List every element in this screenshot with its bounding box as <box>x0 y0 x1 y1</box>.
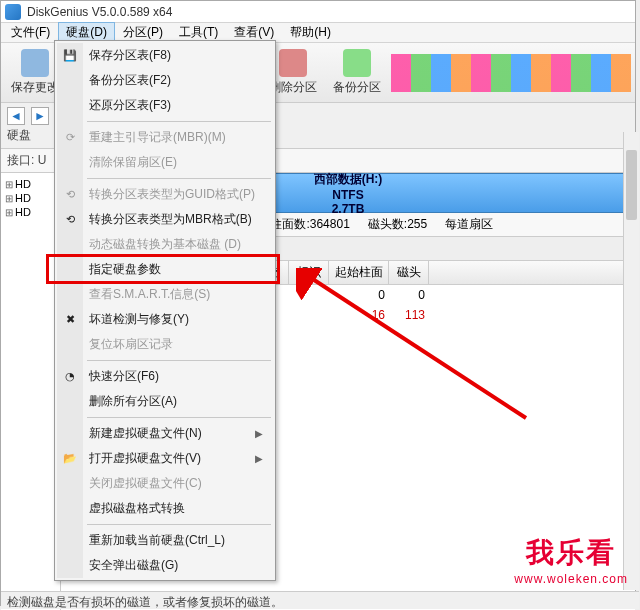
scrollbar-thumb[interactable] <box>626 150 637 220</box>
menu-item[interactable]: 📂打开虚拟硬盘文件(V)▶ <box>57 446 273 471</box>
menu-label: 转换分区表类型为GUID格式(P) <box>89 186 255 203</box>
menu-item[interactable]: 💾保存分区表(F8) <box>57 43 273 68</box>
tree-item[interactable]: HD <box>5 191 56 205</box>
menu-icon: 📂 <box>62 451 78 467</box>
menu-icon: ⟲ <box>62 187 78 203</box>
menu-item: 清除保留扇区(E) <box>57 150 273 175</box>
menu-help[interactable]: 帮助(H) <box>282 22 339 43</box>
menu-item[interactable]: 新建虚拟硬盘文件(N)▶ <box>57 421 273 446</box>
menu-label: 打开虚拟硬盘文件(V) <box>89 450 201 467</box>
disk-dropdown: 💾保存分区表(F8)备份分区表(F2)还原分区表(F3)⟳重建主引导记录(MBR… <box>54 40 276 581</box>
menu-item: 查看S.M.A.R.T.信息(S) <box>57 282 273 307</box>
vertical-scrollbar[interactable] <box>623 132 639 590</box>
menu-item[interactable]: 指定硬盘参数 <box>57 257 273 282</box>
menu-icon: ⟲ <box>62 212 78 228</box>
menu-label: 关闭虚拟硬盘文件(C) <box>89 475 202 492</box>
chevron-right-icon: ▶ <box>255 428 263 439</box>
menu-label: 坏道检测与修复(Y) <box>89 311 189 328</box>
menu-item[interactable]: 删除所有分区(A) <box>57 389 273 414</box>
titlebar: DiskGenius V5.0.0.589 x64 <box>1 1 635 23</box>
menu-label: 删除所有分区(A) <box>89 393 177 410</box>
menu-item: 关闭虚拟硬盘文件(C) <box>57 471 273 496</box>
menu-label: 查看S.M.A.R.T.信息(S) <box>89 286 210 303</box>
menu-item: ⟲转换分区表类型为GUID格式(P) <box>57 182 273 207</box>
partition-fs: NTFS <box>332 188 363 202</box>
menu-label: 转换分区表类型为MBR格式(B) <box>89 211 252 228</box>
menu-item[interactable]: 备份分区表(F2) <box>57 68 273 93</box>
backup-icon <box>343 49 371 77</box>
menu-label: 快速分区(F6) <box>89 368 159 385</box>
colorful-area <box>391 54 631 92</box>
menu-label: 还原分区表(F3) <box>89 97 171 114</box>
menu-item: ⟳重建主引导记录(MBR)(M) <box>57 125 273 150</box>
menu-label: 清除保留扇区(E) <box>89 154 177 171</box>
save-icon <box>21 49 49 77</box>
menu-icon: 💾 <box>62 48 78 64</box>
backup-partition-button[interactable]: 备份分区 <box>327 47 387 98</box>
watermark: 我乐看 www.woleken.com <box>514 534 628 586</box>
menu-label: 新建虚拟硬盘文件(N) <box>89 425 202 442</box>
menu-item[interactable]: 虚拟磁盘格式转换 <box>57 496 273 521</box>
menu-label: 重建主引导记录(MBR)(M) <box>89 129 226 146</box>
menu-item: 复位坏扇区记录 <box>57 332 273 357</box>
chevron-right-icon: ▶ <box>255 453 263 464</box>
menu-label: 指定硬盘参数 <box>89 261 161 278</box>
left-tree[interactable]: HD HD HD <box>1 173 61 610</box>
menu-item[interactable]: ✖坏道检测与修复(Y) <box>57 307 273 332</box>
partition-name: 西部数据(H:) <box>314 171 383 188</box>
menu-label: 动态磁盘转换为基本磁盘 (D) <box>89 236 241 253</box>
menu-file[interactable]: 文件(F) <box>3 22 58 43</box>
menu-label: 保存分区表(F8) <box>89 47 171 64</box>
back-button[interactable]: ◄ <box>7 107 25 125</box>
menu-item[interactable]: 还原分区表(F3) <box>57 93 273 118</box>
menu-icon: ◔ <box>62 369 78 385</box>
menu-label: 重新加载当前硬盘(Ctrl_L) <box>89 532 225 549</box>
menu-item: 动态磁盘转换为基本磁盘 (D) <box>57 232 273 257</box>
menu-label: 虚拟磁盘格式转换 <box>89 500 185 517</box>
delete-icon <box>279 49 307 77</box>
menu-item[interactable]: 安全弹出磁盘(G) <box>57 553 273 578</box>
tree-item[interactable]: HD <box>5 177 56 191</box>
menu-icon: ✖ <box>62 312 78 328</box>
tree-item[interactable]: HD <box>5 205 56 219</box>
statusbar: 检测磁盘是否有损坏的磁道，或者修复损坏的磁道。 <box>1 591 639 609</box>
menu-item[interactable]: ◔快速分区(F6) <box>57 364 273 389</box>
menu-item[interactable]: 重新加载当前硬盘(Ctrl_L) <box>57 528 273 553</box>
menu-icon: ⟳ <box>62 130 78 146</box>
menu-label: 复位坏扇区记录 <box>89 336 173 353</box>
menu-label: 安全弹出磁盘(G) <box>89 557 178 574</box>
menu-label: 备份分区表(F2) <box>89 72 171 89</box>
window-title: DiskGenius V5.0.0.589 x64 <box>27 5 172 19</box>
app-icon <box>5 4 21 20</box>
fwd-button[interactable]: ► <box>31 107 49 125</box>
menu-item[interactable]: ⟲转换分区表类型为MBR格式(B) <box>57 207 273 232</box>
